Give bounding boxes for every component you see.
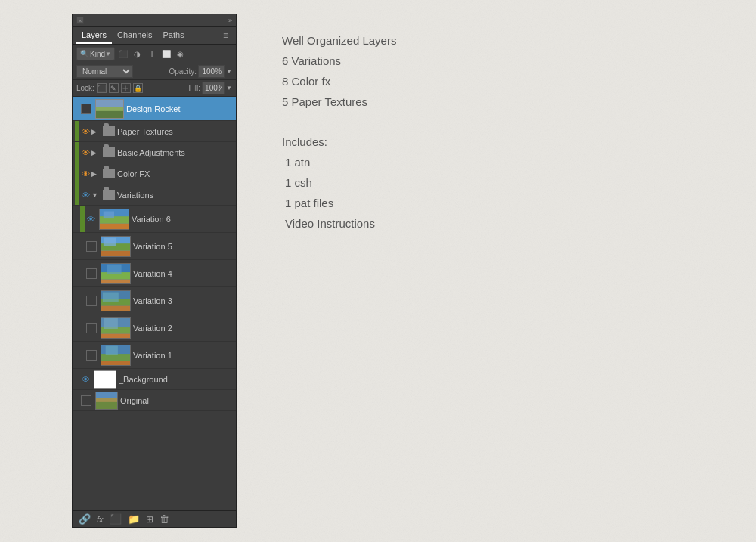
expand-arrow-icon[interactable]: ▼ <box>91 191 101 199</box>
layer-thumbnail <box>101 263 131 284</box>
layer-background[interactable]: 👁 _Background <box>73 369 236 390</box>
expand-arrow-icon[interactable]: ▶ <box>91 170 101 178</box>
tab-paths[interactable]: Paths <box>158 27 190 44</box>
lock-pixels-icon[interactable]: ✎ <box>109 83 119 93</box>
left-strip <box>80 342 85 368</box>
layer-variation-2[interactable]: Variation 2 <box>73 314 236 342</box>
expand-arrow-icon[interactable]: ▶ <box>91 128 101 135</box>
add-mask-icon[interactable]: ⬛ <box>110 513 122 525</box>
close-button[interactable]: × <box>76 17 84 24</box>
opacity-input[interactable] <box>198 65 225 78</box>
visibility-checkbox[interactable] <box>86 323 97 333</box>
visibility-checkbox[interactable] <box>86 350 97 361</box>
filter-adjust-icon[interactable]: ◑ <box>132 48 144 60</box>
visibility-checkbox[interactable] <box>86 268 97 279</box>
link-layers-icon[interactable]: 🔗 <box>79 513 91 525</box>
svg-rect-13 <box>101 279 130 283</box>
svg-rect-9 <box>101 250 130 256</box>
layer-paper-textures[interactable]: 👁 ▶ Paper Textures <box>73 121 236 142</box>
fill-label: Fill: <box>189 84 201 92</box>
lock-position-icon[interactable]: ✛ <box>121 83 131 93</box>
lock-transparency-icon[interactable]: ⬛ <box>97 83 107 93</box>
visibility-checkbox[interactable] <box>86 296 97 306</box>
folder-icon <box>103 126 115 136</box>
tab-channels[interactable]: Channels <box>112 27 157 44</box>
svg-rect-25 <box>101 361 130 365</box>
delete-layer-icon[interactable]: 🗑 <box>160 513 169 525</box>
layer-name: Color FX <box>117 169 234 178</box>
layer-variation-1[interactable]: Variation 1 <box>73 342 236 369</box>
filter-kind-selector[interactable]: 🔍 Kind ▼ <box>76 47 115 60</box>
left-strip <box>80 260 85 286</box>
info-panel: Well Organized Layers 6 Variations 8 Col… <box>237 0 756 247</box>
visibility-eye[interactable]: 👁 <box>79 147 91 159</box>
visibility-eye[interactable]: 👁 <box>79 125 91 138</box>
svg-rect-26 <box>106 345 118 355</box>
layer-thumbnail <box>95 99 124 119</box>
layer-variation-4[interactable]: Variation 4 <box>73 260 236 287</box>
layer-thumbnail <box>101 290 131 311</box>
panel-menu-button[interactable]: ≡ <box>219 27 232 44</box>
svg-rect-5 <box>100 223 129 229</box>
lock-all-icon[interactable]: 🔒 <box>133 83 143 93</box>
layer-name: Original <box>120 396 234 405</box>
layer-design-rocket[interactable]: Design Rocket <box>73 97 236 121</box>
new-group-icon[interactable]: 📁 <box>128 513 140 525</box>
filter-shape-icon[interactable]: ⬜ <box>160 48 172 60</box>
svg-rect-14 <box>107 264 122 274</box>
feature-color-fx: 8 Color fx <box>282 71 756 91</box>
new-layer-icon[interactable]: ⊞ <box>146 514 153 525</box>
opacity-arrow-icon: ▼ <box>226 68 232 75</box>
blend-mode-select[interactable]: Normal <box>76 65 133 78</box>
filter-type-icon[interactable]: T <box>146 48 158 60</box>
panel-bottom-bar: 🔗 fx ⬛ 📁 ⊞ 🗑 <box>73 510 236 527</box>
layer-thumbnail <box>95 392 118 410</box>
layer-variations-group[interactable]: 👁 ▼ Variations <box>73 184 236 206</box>
tab-layers[interactable]: Layers <box>76 27 112 44</box>
kind-label: Kind <box>90 50 105 58</box>
layer-name: _Background <box>119 375 234 384</box>
includes-section: Includes: 1 atn 1 csh 1 pat files Video … <box>282 125 756 234</box>
layer-color-fx[interactable]: 👁 ▶ Color FX <box>73 163 236 184</box>
layer-name: Variation 6 <box>132 215 234 224</box>
expand-arrow-icon[interactable]: ▶ <box>91 149 101 156</box>
svg-rect-22 <box>104 317 118 328</box>
filter-pixel-icon[interactable]: ⬛ <box>117 48 129 60</box>
layer-variation-5[interactable]: Variation 5 <box>73 233 236 260</box>
layer-original[interactable]: Original <box>73 390 236 411</box>
layer-variation-3[interactable]: Variation 3 <box>73 287 236 314</box>
visibility-eye[interactable]: 👁 <box>79 373 91 386</box>
layer-fx-icon[interactable]: fx <box>97 515 104 524</box>
include-atn: 1 atn <box>285 152 756 172</box>
visibility-checkbox[interactable] <box>81 395 91 406</box>
layer-name: Basic Adjustments <box>117 148 234 157</box>
features-section: Well Organized Layers 6 Variations 8 Col… <box>282 30 756 112</box>
svg-rect-21 <box>101 333 130 338</box>
layer-variation-6[interactable]: 👁 Variation 6 <box>73 206 236 233</box>
visibility-checkbox[interactable] <box>81 104 91 114</box>
panel-titlebar: × » <box>73 14 236 27</box>
visibility-eye[interactable]: 👁 <box>85 213 97 225</box>
layer-name: Variation 2 <box>133 324 234 333</box>
layer-name: Variation 5 <box>133 242 234 251</box>
visibility-checkbox[interactable] <box>86 241 97 252</box>
svg-rect-17 <box>101 305 130 311</box>
include-video-instructions: Video Instructions <box>285 213 756 234</box>
layer-thumbnail <box>94 370 116 389</box>
left-strip <box>75 97 79 120</box>
layer-name: Variation 1 <box>133 351 234 360</box>
visibility-eye[interactable]: 👁 <box>79 168 91 180</box>
layer-thumbnail <box>99 209 129 230</box>
panel-tabs: Layers Channels Paths ≡ <box>73 27 236 45</box>
layer-basic-adjustments[interactable]: 👁 ▶ Basic Adjustments <box>73 142 236 163</box>
feature-organized-layers: Well Organized Layers <box>282 30 756 51</box>
layer-name: Variations <box>117 190 234 200</box>
expand-button[interactable]: » <box>228 17 232 24</box>
fill-arrow-icon: ▼ <box>226 85 232 91</box>
left-strip <box>80 233 85 259</box>
lock-label: Lock: <box>76 84 94 92</box>
fill-input[interactable] <box>202 82 225 94</box>
visibility-eye[interactable]: 👁 <box>79 189 91 201</box>
filter-smart-icon[interactable]: ◉ <box>175 48 187 60</box>
folder-icon <box>103 147 115 157</box>
